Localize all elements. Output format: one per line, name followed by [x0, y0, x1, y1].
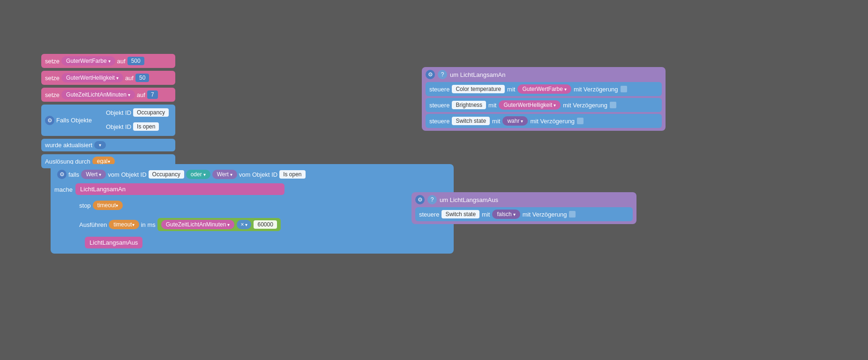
- checkbox-1[interactable]: [621, 86, 627, 92]
- func2-header-label: um LichtLangsamAus: [440, 196, 498, 203]
- gear-icon-2[interactable]: ⚙: [57, 170, 67, 179]
- multiply-dropdown[interactable]: ×: [237, 220, 251, 229]
- wahr-dropdown[interactable]: wahr: [502, 116, 528, 126]
- objekt-id-label-2: Objekt ID: [106, 123, 131, 130]
- var-dropdown-3[interactable]: GuteZeitLichtAnMinuten: [61, 90, 135, 99]
- setze-label-1: setze: [45, 58, 60, 65]
- value-500: 500: [127, 57, 144, 65]
- ausfuehren-label: Ausführen: [79, 221, 107, 228]
- falls-objekte-row: ⚙ Falls Objekte Objekt ID Occupancy Obje…: [41, 105, 175, 136]
- gear-icon-4[interactable]: ⚙: [415, 195, 425, 204]
- in-ms-label: in ms: [141, 221, 156, 228]
- objekt-id-label-1: Objekt ID: [106, 109, 131, 116]
- mache-section: mache LichtLangsamAn stop timeout Ausfüh…: [54, 183, 450, 250]
- verz-label-3: mit Verzögerung: [530, 118, 575, 125]
- falls-inner-label: falls: [68, 171, 79, 178]
- var-dropdown-1[interactable]: GuterWertFarbe: [61, 56, 115, 66]
- func2-row-1: steuere Switch state mit falsch mit Verz…: [415, 207, 633, 221]
- steuere-label-1: steuere: [429, 86, 449, 93]
- workspace: setze GuterWertFarbe auf 500 setze Guter…: [0, 0, 868, 360]
- setze-label-3: setze: [45, 91, 60, 98]
- func1-row-2: steuere Brightness mit GuterWertHelligke…: [426, 98, 662, 112]
- setze-row-1: setze GuterWertFarbe auf 500: [41, 54, 175, 68]
- func2-group: ⚙ ? um LichtLangsamAus steuere Switch st…: [412, 192, 636, 224]
- oder-dropdown[interactable]: oder: [186, 170, 210, 179]
- licht-aus-block[interactable]: LichtLangsamAus: [85, 237, 142, 248]
- timeout-dropdown-2[interactable]: timeout: [109, 220, 139, 229]
- mit-label-3: mit: [492, 118, 500, 125]
- value-50: 50: [135, 74, 149, 82]
- wurde-aktualisiert-label: wurde aktualisiert: [45, 142, 92, 149]
- timeout-dropdown-1[interactable]: timeout: [93, 201, 123, 210]
- steuere-label-2: steuere: [429, 102, 449, 109]
- wurde-aktualisiert-row: wurde aktualisiert: [41, 139, 175, 151]
- objekt-id-row-2: Objekt ID Is open: [103, 121, 172, 132]
- objekt-id-value-1: Occupancy: [133, 108, 169, 117]
- gear-icon-1[interactable]: ⚙: [45, 116, 54, 125]
- vom-label-1: vom Objekt ID: [108, 171, 146, 178]
- auf-label-2: auf: [125, 75, 134, 82]
- value-7: 7: [147, 90, 158, 99]
- steuere-label-4: steuere: [419, 211, 439, 218]
- ausfuehren-row: Ausführen timeout in ms GuteZeitLichtAnM…: [75, 216, 284, 233]
- gear-icon-3[interactable]: ⚙: [426, 70, 435, 79]
- licht-an-label: LichtLangsamAn: [80, 186, 126, 193]
- mit-label-1: mit: [507, 86, 515, 93]
- mache-label: mache: [54, 186, 73, 193]
- func1-row-1: steuere Color temperature mit GuterWertF…: [426, 82, 662, 96]
- value-60000: 60000: [254, 220, 277, 229]
- setze-group: setze GuterWertFarbe auf 500 setze Guter…: [41, 54, 175, 170]
- objekt-id-value-2: Is open: [133, 122, 159, 131]
- falls-objekte-label: Falls Objekte: [56, 117, 92, 124]
- outer-falls-container: ⚙ falls Wert vom Objekt ID Occupancy ode…: [51, 164, 454, 254]
- checkbox-4[interactable]: [569, 211, 576, 218]
- question-icon-2[interactable]: ?: [427, 195, 437, 204]
- aktualisiert-dropdown[interactable]: [94, 141, 106, 149]
- auf-label-3: auf: [137, 91, 145, 98]
- question-icon-1[interactable]: ?: [438, 70, 447, 79]
- falsch-dropdown[interactable]: falsch: [492, 210, 520, 219]
- farbe-dropdown-1[interactable]: GuterWertFarbe: [517, 84, 571, 94]
- verz-label-1: mit Verzögerung: [574, 86, 618, 93]
- helligkeit-dropdown[interactable]: GuterWertHelligkeit: [499, 100, 561, 110]
- color-temp-label: Color temperature: [452, 85, 505, 93]
- licht-aus-label: LichtLangsamAus: [90, 239, 138, 246]
- verz-label-4: mit Verzögerung: [523, 211, 567, 218]
- setze-label-2: setze: [45, 75, 60, 82]
- func2-header-row: ⚙ ? um LichtLangsamAus: [415, 195, 633, 204]
- steuere-label-3: steuere: [429, 118, 449, 125]
- stop-label: stop: [79, 202, 91, 209]
- wert-dropdown-1[interactable]: Wert: [81, 170, 106, 179]
- mit-label-2: mit: [488, 102, 496, 109]
- mit-label-4: mit: [482, 211, 490, 218]
- func1-header-row: ⚙ ? um LichtLangsamAn: [426, 70, 662, 79]
- checkbox-3[interactable]: [577, 118, 584, 124]
- checkbox-2[interactable]: [610, 102, 616, 108]
- falls-condition-row: ⚙ falls Wert vom Objekt ID Occupancy ode…: [54, 168, 450, 181]
- is-open-value: Is open: [279, 170, 305, 179]
- licht-aus-indent: LichtLangsamAus: [85, 237, 284, 250]
- func1-row-3: steuere Switch state mit wahr mit Verzög…: [426, 114, 662, 128]
- auf-label-1: auf: [117, 58, 126, 65]
- switch-state-label-1: Switch state: [452, 117, 490, 125]
- func2-container: ⚙ ? um LichtLangsamAus steuere Switch st…: [412, 192, 636, 224]
- setze-row-3: setze GuteZeitLichtAnMinuten auf 7: [41, 88, 175, 102]
- switch-state-label-2: Switch state: [441, 210, 479, 218]
- verz-label-2: mit Verzögerung: [563, 102, 607, 109]
- func1-container: ⚙ ? um LichtLangsamAn steuere Color temp…: [422, 67, 666, 131]
- stop-timeout-row: stop timeout: [75, 198, 284, 212]
- func1-group: ⚙ ? um LichtLangsamAn steuere Color temp…: [422, 67, 666, 131]
- wert-dropdown-2[interactable]: Wert: [212, 170, 237, 179]
- var-dropdown-2[interactable]: GuterWertHelligkeit: [61, 73, 123, 82]
- calc-block: GuteZeitLichtAnMinuten × 60000: [157, 218, 281, 231]
- zeit-dropdown[interactable]: GuteZeitLichtAnMinuten: [161, 220, 235, 229]
- occupancy-value: Occupancy: [149, 170, 184, 179]
- func1-header-label: um LichtLangsamAn: [450, 71, 506, 78]
- objekt-id-row-1: Objekt ID Occupancy: [103, 107, 172, 118]
- licht-an-block[interactable]: LichtLangsamAn: [75, 183, 284, 195]
- setze-row-2: setze GuterWertHelligkeit auf 50: [41, 71, 175, 85]
- vom-label-2: vom Objekt ID: [239, 171, 277, 178]
- brightness-label: Brightness: [452, 101, 486, 109]
